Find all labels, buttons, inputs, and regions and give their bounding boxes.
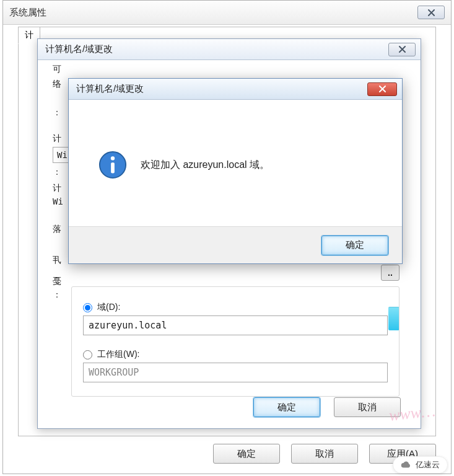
- messagebox-close-button[interactable]: [367, 82, 397, 96]
- messagebox-title: 计算机名/域更改: [76, 83, 144, 95]
- computer-name-change-buttonbar: 确定 取消: [253, 397, 401, 417]
- system-properties-close-button[interactable]: [417, 6, 445, 19]
- domain-radio-row[interactable]: 域(D):: [83, 302, 388, 313]
- ok-button[interactable]: 确定: [321, 236, 388, 255]
- ok-button-label: 确定: [237, 448, 256, 460]
- messagebox-body: 欢迎加入 azureyun.local 域。: [69, 100, 402, 226]
- domain-radio[interactable]: [83, 303, 92, 312]
- row-colon-1: ：: [53, 107, 61, 118]
- domain-input[interactable]: [83, 315, 388, 335]
- cancel-button[interactable]: 取消: [334, 397, 401, 417]
- workgroup-radio-label: 工作组(W):: [97, 349, 139, 360]
- cancel-button[interactable]: 取消: [291, 444, 358, 464]
- intro-text-line1: 可: [53, 64, 61, 75]
- full-name-label: 计: [53, 183, 61, 194]
- system-properties-titlebar: 系统属性: [3, 1, 451, 25]
- more-button[interactable]: ..: [381, 265, 399, 281]
- misc-label-2: 丮: [53, 255, 61, 266]
- workgroup-input[interactable]: [83, 363, 388, 382]
- membership-group: 域(D): 工作组(W):: [71, 286, 399, 397]
- computer-name-label: 计: [53, 133, 61, 144]
- welcome-messagebox: 计算机名/域更改 欢迎加入 azureyun.local 域。 确定: [68, 78, 403, 264]
- misc-label-3: 戞: [53, 276, 61, 287]
- messagebox-footer: 确定: [69, 226, 402, 263]
- ok-button[interactable]: 确定: [253, 397, 320, 417]
- branding-pill: 亿速云: [393, 456, 448, 474]
- misc-label-1: 落: [53, 224, 61, 235]
- close-icon: [399, 46, 406, 53]
- computer-name-change-close-button[interactable]: [388, 43, 416, 56]
- messagebox-titlebar: 计算机名/域更改: [69, 79, 402, 100]
- full-name-value: Wi: [53, 196, 63, 206]
- intro-text-line2: 络: [53, 79, 61, 90]
- workgroup-radio-row[interactable]: 工作组(W):: [83, 349, 388, 360]
- close-icon: [379, 86, 386, 92]
- branding-text: 亿速云: [416, 459, 440, 470]
- computer-name-change-title: 计算机名/域更改: [45, 43, 113, 55]
- row-colon-3: ：: [53, 289, 61, 301]
- messagebox-text: 欢迎加入 azureyun.local 域。: [141, 159, 269, 172]
- more-button-label: ..: [388, 268, 393, 278]
- cancel-button-label: 取消: [358, 402, 377, 413]
- close-icon: [428, 9, 435, 16]
- ok-button-label: 确定: [277, 402, 296, 413]
- cloud-icon: [401, 459, 412, 470]
- domain-radio-label: 域(D):: [97, 302, 120, 313]
- ok-button[interactable]: 确定: [213, 444, 280, 464]
- row-colon-2: ：: [53, 167, 61, 178]
- info-icon: [98, 151, 127, 179]
- computer-name-change-titlebar: 计算机名/域更改: [38, 39, 421, 60]
- svg-rect-3: [111, 162, 115, 173]
- workgroup-radio[interactable]: [83, 350, 92, 359]
- ok-button-label: 确定: [346, 239, 364, 251]
- cancel-button-label: 取消: [315, 448, 334, 460]
- system-properties-title: 系统属性: [9, 7, 46, 19]
- svg-point-2: [111, 156, 115, 160]
- tab-label: 计: [25, 30, 33, 40]
